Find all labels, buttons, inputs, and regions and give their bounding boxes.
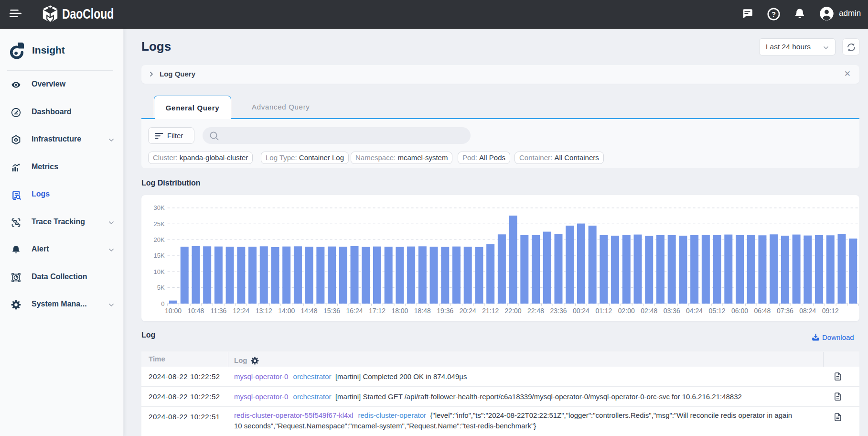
svg-text:10:48: 10:48	[187, 307, 204, 315]
svg-text:12:24: 12:24	[233, 307, 249, 315]
svg-text:07:36: 07:36	[777, 307, 793, 315]
svg-text:06:00: 06:00	[731, 307, 748, 315]
svg-text:19:36: 19:36	[437, 307, 453, 315]
svg-text:06:48: 06:48	[754, 307, 771, 315]
svg-text:5K: 5K	[157, 284, 165, 291]
svg-text:04:24: 04:24	[686, 307, 703, 315]
svg-text:15:36: 15:36	[323, 307, 340, 315]
svg-text:21:12: 21:12	[482, 307, 499, 315]
svg-text:09:12: 09:12	[822, 307, 839, 315]
svg-text:14:00: 14:00	[278, 307, 295, 315]
svg-text:10K: 10K	[153, 268, 164, 275]
svg-text:23:36: 23:36	[550, 307, 567, 315]
svg-text:01:12: 01:12	[595, 307, 612, 315]
svg-text:18:00: 18:00	[391, 307, 408, 315]
svg-text:22:48: 22:48	[527, 307, 544, 315]
svg-text:08:24: 08:24	[799, 307, 816, 315]
svg-text:?: ?	[772, 10, 776, 18]
svg-text:02:48: 02:48	[641, 307, 657, 315]
svg-text:15K: 15K	[153, 252, 164, 259]
svg-text:05:12: 05:12	[709, 307, 726, 315]
svg-text:13:12: 13:12	[256, 307, 272, 315]
svg-text:00:24: 00:24	[573, 307, 589, 315]
svg-text:18:48: 18:48	[414, 307, 431, 315]
svg-text:14:48: 14:48	[301, 307, 318, 315]
svg-text:11:36: 11:36	[210, 307, 226, 315]
svg-text:02:00: 02:00	[618, 307, 635, 315]
svg-text:22:00: 22:00	[505, 307, 522, 315]
svg-text:20K: 20K	[153, 236, 164, 243]
svg-text:30K: 30K	[153, 204, 164, 211]
svg-text:03:36: 03:36	[664, 307, 680, 315]
svg-text:10:00: 10:00	[165, 307, 182, 315]
svg-text:25K: 25K	[153, 220, 164, 228]
svg-text:16:24: 16:24	[346, 307, 363, 315]
svg-text:20:24: 20:24	[460, 307, 476, 315]
svg-text:0: 0	[161, 300, 164, 307]
svg-text:17:12: 17:12	[369, 307, 386, 315]
